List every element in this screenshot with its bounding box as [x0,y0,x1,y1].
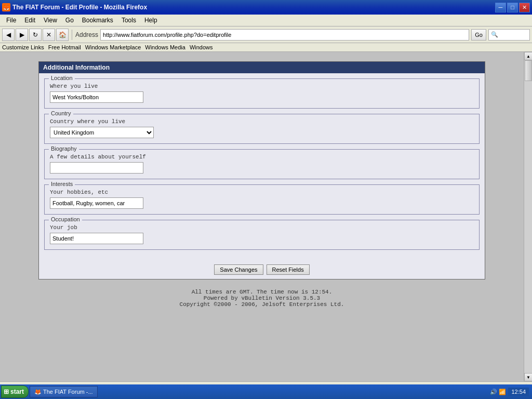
menu-edit[interactable]: Edit [20,16,39,25]
biography-group: Biography A few details about yourself [44,149,480,179]
systray-icons: 🔊 📶 [490,389,506,393]
country-legend: Country [49,110,73,116]
stop-button[interactable]: ✕ [43,29,55,41]
occupation-input[interactable] [50,233,143,244]
interests-legend: Interests [49,181,75,187]
search-box[interactable]: 🔍 [488,29,530,41]
windows-logo: ⊞ [4,388,9,393]
page-content: Additional Information Location Where yo… [33,52,490,317]
maximize-button[interactable]: □ [507,3,518,12]
bookmark-marketplace[interactable]: Windows Marketplace [85,44,141,50]
section-body: Location Where you live Country Country … [39,73,485,260]
save-changes-button[interactable]: Save Changes [214,264,263,275]
scroll-track [524,60,532,373]
taskbar-right: 🔊 📶 12:54 [490,388,531,393]
titlebar-left: 🦊 The FIAT Forum - Edit Profile - Mozill… [2,3,147,11]
location-legend: Location [49,75,75,81]
country-label: Country where you live [50,118,474,125]
minimize-button[interactable]: ─ [495,3,506,12]
footer-line2: Powered by vBulletin Version 3.5.3 [204,295,320,301]
additional-info-panel: Additional Information Location Where yo… [38,61,485,280]
scroll-thumb[interactable] [525,60,532,81]
address-bar: Address Go [75,29,486,41]
titlebar: 🦊 The FIAT Forum - Edit Profile - Mozill… [0,0,532,15]
close-button[interactable]: ✕ [519,3,530,12]
occupation-label: Your job [50,224,474,231]
occupation-legend: Occupation [49,216,82,222]
bookmark-media[interactable]: Windows Media [145,44,185,50]
menubar: File Edit View Go Bookmarks Tools Help [0,15,532,26]
interests-group: Interests Your hobbies, etc [44,184,480,215]
go-button[interactable]: Go [471,29,486,41]
taskbar-firefox-icon: 🦊 [34,389,42,393]
titlebar-controls: ─ □ ✕ [495,3,530,12]
interests-input[interactable] [50,197,143,209]
section-header: Additional Information [39,62,485,73]
back-button[interactable]: ◀ [2,29,15,41]
time-display: 12:54 [508,388,529,393]
bookmarks-bar: Customize Links Free Hotmail Windows Mar… [0,43,532,52]
menu-bookmarks[interactable]: Bookmarks [78,16,117,25]
nav-buttons: ◀ ▶ ↻ ✕ 🏠 [2,29,69,41]
firefox-icon: 🦊 [2,3,10,11]
occupation-group: Occupation Your job [44,220,480,250]
start-label: start [10,388,24,393]
buttons-row: Save Changes Reset Fields [39,260,485,279]
taskbar-firefox[interactable]: 🦊 The FIAT Forum -... [30,386,98,393]
reload-button[interactable]: ↻ [29,29,42,41]
scroll-down-button[interactable]: ▼ [524,373,532,381]
home-button[interactable]: 🏠 [56,29,69,41]
location-label: Where you live [50,83,474,89]
menu-tools[interactable]: Tools [117,16,140,25]
forward-button[interactable]: ▶ [16,29,28,41]
menu-help[interactable]: Help [140,16,162,25]
separator [72,30,72,40]
footer: All times are GMT. The time now is 12:54… [38,285,485,312]
top-spacer [38,57,485,61]
menu-view[interactable]: View [39,16,61,25]
menu-go[interactable]: Go [61,16,78,25]
biography-label: A few details about yourself [50,154,474,160]
bookmark-hotmail[interactable]: Free Hotmail [48,44,81,50]
toolbar: ◀ ▶ ↻ ✕ 🏠 Address Go 🔍 [0,26,532,43]
start-button[interactable]: ⊞ start [1,385,29,393]
footer-line1: All times are GMT. The time now is 12:54… [43,289,481,295]
taskbar-firefox-label: The FIAT Forum -... [43,389,93,393]
footer-line3: Copyright ©2000 - 2006, Jelsoft Enterpri… [43,301,481,308]
bookmark-windows[interactable]: Windows [190,44,213,50]
location-input[interactable] [50,91,143,103]
page-area: Additional Information Location Where yo… [0,52,524,381]
country-group: Country Country where you live United Ki… [44,114,480,144]
vertical-scrollbar[interactable]: ▲ ▼ [524,52,532,381]
biography-legend: Biography [49,145,79,152]
section-title: Additional Information [43,64,110,71]
bookmark-customize[interactable]: Customize Links [2,44,44,50]
address-label: Address [75,31,98,38]
country-select[interactable]: United Kingdom United States France Germ… [50,127,154,138]
taskbar: ⊞ start 🦊 The FIAT Forum -... 🔊 📶 12:54 [0,384,532,393]
biography-input[interactable] [50,162,143,174]
menu-file[interactable]: File [2,16,20,25]
scroll-up-button[interactable]: ▲ [524,52,532,60]
interests-label: Your hobbies, etc [50,189,474,195]
reset-fields-button[interactable]: Reset Fields [267,264,310,275]
address-input[interactable] [100,29,469,41]
location-group: Location Where you live [44,78,480,109]
browser-content: Additional Information Location Where yo… [0,52,532,381]
window-title: The FIAT Forum - Edit Profile - Mozilla … [12,4,147,11]
